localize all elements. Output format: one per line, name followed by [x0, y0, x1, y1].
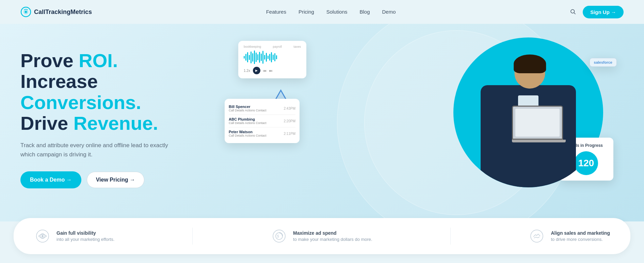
- feature-align: Align sales and marketing to drive more …: [528, 228, 610, 245]
- title-line1: Prove ROI.: [20, 50, 118, 71]
- feature-visibility-text: Gain full visibility into all your marke…: [57, 230, 114, 242]
- handshake-icon: [528, 228, 545, 245]
- audio-label-row: bookkeeping payroll taxes: [244, 45, 301, 48]
- nav-pricing[interactable]: Pricing: [299, 9, 314, 15]
- svg-text:$: $: [277, 234, 279, 238]
- nav-solutions[interactable]: Solutions: [326, 9, 348, 15]
- feature-align-text: Align sales and marketing to drive more …: [551, 230, 610, 242]
- navbar: CallTrackingMetrics Features Pricing Sol…: [0, 0, 644, 24]
- search-icon: [570, 9, 576, 15]
- salesforce-badge: salesforce: [590, 58, 617, 67]
- hero-content: Prove ROI. Increase Conversions. Drive R…: [20, 50, 218, 189]
- nav-right: Sign Up →: [570, 6, 624, 18]
- signup-button[interactable]: Sign Up →: [583, 6, 624, 18]
- contact-item-2: ABC Plumbing Call Details Actions Contac…: [229, 115, 295, 127]
- play-button[interactable]: ▶: [253, 67, 260, 74]
- title-line3: Drive Revenue.: [20, 112, 158, 134]
- brand-name: CallTrackingMetrics: [34, 9, 92, 16]
- contact-item-3: Peter Watson Call Details Actions Contac…: [229, 127, 295, 140]
- hero-title: Prove ROI. Increase Conversions. Drive R…: [20, 50, 218, 134]
- search-button[interactable]: [570, 9, 576, 16]
- divider-1: [192, 228, 193, 245]
- hero-visual: bookkeeping payroll taxes: [218, 31, 624, 208]
- eye-icon: [34, 228, 51, 245]
- bottom-features-bar: Gain full visibility into all your marke…: [14, 218, 630, 254]
- feature-ad-spend-text: Maximize ad spend to make your marketing…: [293, 230, 372, 242]
- svg-point-14: [531, 230, 543, 242]
- contact-item-1: Bill Spencer Call Details Actions Contac…: [229, 102, 295, 115]
- title-line2: Increase Conversions.: [20, 71, 141, 113]
- feature-ad-spend: $ Maximize ad spend to make your marketi…: [271, 228, 372, 245]
- view-pricing-button[interactable]: View Pricing →: [87, 172, 144, 188]
- feature-visibility: Gain full visibility into all your marke…: [34, 228, 114, 245]
- audio-card: bookkeeping payroll taxes: [238, 41, 306, 78]
- nav-blog[interactable]: Blog: [359, 9, 370, 15]
- book-demo-button[interactable]: Book a Demo →: [20, 171, 81, 188]
- svg-line-4: [574, 13, 576, 14]
- chart-icon: $: [271, 228, 288, 245]
- hero-buttons: Book a Demo → View Pricing →: [20, 171, 218, 188]
- svg-point-3: [571, 10, 575, 13]
- waveform: [244, 50, 301, 64]
- logo-icon: [20, 6, 31, 17]
- calls-card-number: 120: [574, 151, 598, 175]
- nav-features[interactable]: Features: [266, 9, 286, 15]
- hero-section: Prove ROI. Increase Conversions. Drive R…: [0, 24, 644, 221]
- nav-demo[interactable]: Demo: [382, 9, 396, 15]
- svg-point-10: [42, 235, 44, 237]
- hero-subtitle: Track and attribute every online and off…: [20, 141, 170, 159]
- svg-point-11: [273, 230, 285, 242]
- divider-2: [450, 228, 451, 245]
- logo-link[interactable]: CallTrackingMetrics: [20, 6, 92, 17]
- nav-links: Features Pricing Solutions Blog Demo: [266, 9, 396, 15]
- svg-point-2: [25, 11, 27, 13]
- audio-controls: 1.2x ▶ ⏮ ⏭: [244, 67, 301, 74]
- contacts-card: Bill Spencer Call Details Actions Contac…: [225, 99, 300, 143]
